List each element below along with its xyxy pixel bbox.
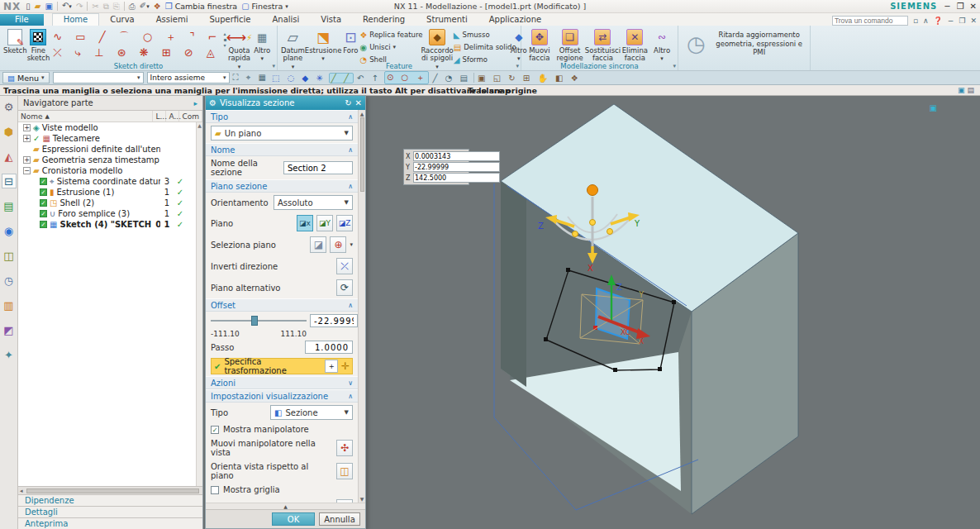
tree-row-selected[interactable]: ✓ ▦ Sketch (4) "SKETCH_002" 1 ✓ <box>18 219 202 230</box>
panel-pin-icon[interactable]: ▸ <box>193 99 197 107</box>
save-icon[interactable]: ▣ <box>45 2 53 12</box>
tab-curva[interactable]: Curva <box>99 14 145 26</box>
offset-slider[interactable] <box>211 315 307 326</box>
show-manipulator-checkbox[interactable]: ✓ <box>211 426 219 434</box>
group-dialog-launcher[interactable]: ▾ <box>673 63 676 69</box>
sketch-tools-row2[interactable]: ⤫ ⤷ ⊥ ⊛ ❋ ⊞ ⊘ ◬ <box>53 46 221 60</box>
hole-button[interactable]: ⊡ Foro <box>341 27 359 55</box>
open-folder-icon[interactable]: ▰ <box>35 2 41 12</box>
scrollbar-thumb[interactable] <box>360 117 364 192</box>
window-menu-button[interactable]: ▢ Finestra ▾ <box>241 2 288 12</box>
status-icon[interactable]: ▤ <box>967 86 977 94</box>
slider-track[interactable] <box>211 320 307 322</box>
slider-handle[interactable] <box>251 316 258 326</box>
piano-sezione-header[interactable]: Piano sezione ∧ <box>206 179 358 193</box>
select-existing-plane-button[interactable]: ◪ <box>310 236 326 253</box>
cancel-button[interactable]: Annulla <box>319 512 360 526</box>
new-plane-button[interactable]: ⊕ <box>330 236 346 253</box>
chamfer-button[interactable]: ◣ Smusso <box>454 29 510 41</box>
feature-checkbox[interactable]: ✓ <box>40 199 47 207</box>
step-value-input[interactable] <box>305 341 353 354</box>
show-manipulator-row[interactable]: ✓ Mostra manipolatore <box>206 422 358 436</box>
set-plane-to-y-button[interactable]: ◪Y <box>316 215 333 231</box>
show-grid-row[interactable]: Mostra griglia <box>206 483 358 497</box>
details-panel-header[interactable]: Dettagli <box>18 506 202 517</box>
dialog-resize-handle[interactable]: ▲ <box>206 503 365 509</box>
touch-mode-icon[interactable]: ❖ <box>154 2 161 12</box>
feature-checkbox[interactable]: ✓ <box>40 188 47 196</box>
section-name-input[interactable] <box>283 161 353 174</box>
navigator-vertical-scrollbar[interactable]: ▲ <box>196 122 202 486</box>
x-coordinate-field[interactable] <box>413 151 500 161</box>
navigator-column-header[interactable]: Nome ▲ L... A... Com <box>18 111 202 122</box>
snap-point-icons[interactable]: ⊙ ○ ＋ <box>384 71 429 84</box>
find-command-input[interactable] <box>832 16 908 26</box>
switch-window-button[interactable]: ❐ Cambia finestra <box>165 2 237 12</box>
paste-icon[interactable]: ⎘ <box>113 2 120 12</box>
feature-checkbox[interactable]: ✓ <box>40 210 47 217</box>
move-manipulator-button[interactable]: ✣ <box>336 440 353 456</box>
snap-line-icons[interactable]: ╱ ╱ <box>329 73 354 83</box>
selection-tool-icons[interactable]: ⛶ ⌖ ▦ <box>233 73 269 83</box>
minimize-ribbon-icon[interactable]: ∧ <box>923 17 929 25</box>
tab-rendering[interactable]: Rendering <box>352 14 416 26</box>
trim-body-button[interactable]: ▤ Delimita solido <box>454 41 510 53</box>
alternate-plane-button[interactable]: ⟳ <box>336 279 353 296</box>
tab-applicazione[interactable]: Applicazione <box>478 14 552 26</box>
process-studio-icon[interactable]: ▥ <box>2 298 17 312</box>
tab-analisi[interactable]: Analisi <box>262 14 311 26</box>
finish-sketch-button[interactable]: Fine sketch <box>27 27 50 63</box>
dialog-close-icon[interactable]: ✕ <box>355 98 362 107</box>
z-coordinate-field[interactable] <box>413 173 500 183</box>
close-button[interactable]: ✕ <box>970 2 977 11</box>
snap-curve-icons[interactable]: ↶ ↑ <box>357 74 381 83</box>
redo-icon[interactable]: ↷ <box>76 2 83 12</box>
unite-button[interactable]: ◉ Unisci ▾ <box>359 41 421 53</box>
offset-value-input[interactable] <box>310 314 358 327</box>
reuse-library-icon[interactable]: ▤ <box>2 198 17 213</box>
expand-icon[interactable]: + <box>23 156 31 164</box>
scrollbar-thumb[interactable] <box>26 488 199 493</box>
selection-filter-combo[interactable]: ▾ <box>53 72 144 83</box>
tree-row[interactable]: ✓ ▮ Estrusione (1) 1 ✓ <box>18 187 202 198</box>
new-file-icon[interactable]: ▯ <box>26 2 31 12</box>
tab-superficie[interactable]: Superficie <box>198 14 261 26</box>
reverse-direction-button[interactable]: ⤫ <box>336 258 353 274</box>
dropdown-caret-icon[interactable]: ▾ <box>350 241 353 248</box>
extrude-button[interactable]: ⬔ Estrusione ▾ <box>305 27 342 62</box>
tree-row[interactable]: ✓ ◳ Shell (2) 1 ✓ <box>18 198 202 208</box>
section-type-dropdown[interactable]: ▰ Un piano ▼ <box>211 126 353 141</box>
dialog-reset-icon[interactable]: ↻ <box>345 98 351 107</box>
tab-file[interactable]: File <box>0 14 44 26</box>
tree-row[interactable]: + ◈ Viste modello <box>18 122 202 133</box>
part-navigator-icon[interactable]: ⊟ <box>2 174 17 188</box>
minimize-button[interactable]: − <box>944 2 950 11</box>
specify-transform-row[interactable]: ✔ Specifica trasformazione ＋ ✛ <box>211 358 353 374</box>
feature-checkbox[interactable]: ✓ <box>40 178 47 185</box>
shaded-cube-icons[interactable]: ⬚ ◌ ◆ ✳ <box>272 74 326 83</box>
tipo-section-header[interactable]: Tipo ∧ <box>206 110 358 123</box>
move-face-button[interactable]: ✥ Muovi faccia <box>525 27 554 63</box>
tab-home[interactable]: Home <box>52 13 100 26</box>
copy-icon[interactable]: ⧉ <box>103 2 109 12</box>
snap-misc-icons[interactable]: ╱ ◔ ▤ <box>432 74 470 83</box>
doc-restore-button[interactable]: ❐ <box>959 17 965 25</box>
orient-view-button[interactable]: ◫ <box>336 463 353 479</box>
tree-row[interactable]: ✓ ⌖ Sistema coordinate datum (0) 3 ✓ <box>18 176 202 187</box>
cut-icon[interactable]: ✂ <box>92 2 98 12</box>
view-maximize-icon[interactable]: ▣ <box>930 103 937 112</box>
add-transform-button[interactable]: ＋ <box>325 360 338 373</box>
nome-section-header[interactable]: Nome ∧ <box>206 143 358 156</box>
edit-grid-button[interactable]: ▦ <box>336 499 353 503</box>
view-window-icons[interactable]: ▣ ◱ ↻ ⊞ ✋ ◧ ❖ <box>478 74 581 83</box>
tree-row[interactable]: + ✓ ▦ Telecamere <box>18 133 202 144</box>
manufacturing-wizard-icon[interactable]: ◩ <box>2 322 17 337</box>
expand-icon[interactable]: − <box>23 167 31 174</box>
orientation-dropdown[interactable]: Assoluto ▼ <box>274 195 353 210</box>
offset-region-button[interactable]: ❏ Offset regione <box>554 27 586 63</box>
sketch-tools-row1[interactable]: ∿ ▭ ╱ ⌒ ○ ＋ ⌝ ⌐ <box>53 30 221 45</box>
tree-row[interactable]: − ▰ Cronistoria modello <box>18 165 202 176</box>
pattern-feature-button[interactable]: ❖ Replica feature <box>359 29 421 41</box>
display-type-dropdown[interactable]: ◧ Sezione ▼ <box>270 405 353 420</box>
print-icon[interactable]: ⎙ <box>129 2 136 12</box>
